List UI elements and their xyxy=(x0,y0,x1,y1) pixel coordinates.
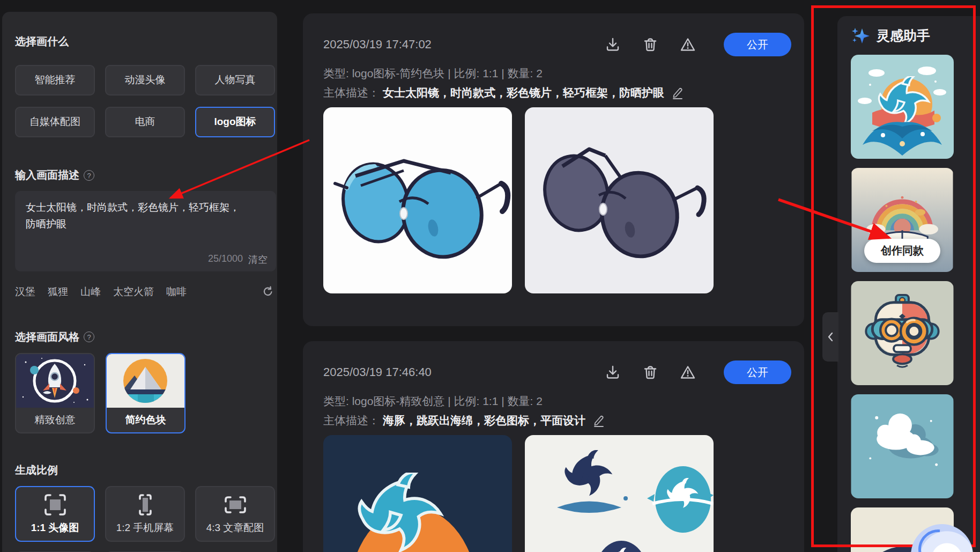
generated-image-sunglasses-blue[interactable] xyxy=(323,107,512,293)
ratio-card-row: 1:1 头像图 1:2 手机屏幕 xyxy=(15,486,277,542)
prompt-footer: 25/1000 清空 xyxy=(208,253,268,266)
description-label: 主体描述： xyxy=(323,413,380,428)
style-card-creative[interactable]: 精致创意 xyxy=(15,353,95,433)
download-icon xyxy=(605,36,621,53)
category-portrait[interactable]: 人物写真 xyxy=(195,65,275,95)
category-anime-avatar[interactable]: 动漫头像 xyxy=(105,65,185,95)
edit-description-button[interactable] xyxy=(593,414,606,427)
inspiration-robot-illustration xyxy=(851,281,954,385)
inspiration-dolphin-illustration xyxy=(851,55,954,159)
sunglasses-blue-illustration xyxy=(323,107,512,293)
ratio-4-3-article[interactable]: 4:3 文章配图 xyxy=(195,486,275,542)
delete-button[interactable] xyxy=(642,36,658,53)
style-card-simple-blocks[interactable]: 简约色块 xyxy=(106,353,185,433)
refresh-icon xyxy=(262,286,274,298)
inspiration-title: 灵感助手 xyxy=(877,27,930,45)
generated-image-dolphins-navy[interactable] xyxy=(323,435,512,552)
section-title-ratio: 生成比例 xyxy=(15,463,277,477)
app-screen: 选择画什么 智能推荐 动漫头像 人物写真 自媒体配图 电商 logo图标 输入画… xyxy=(0,0,980,552)
ratio-1-1-label: 1:1 头像图 xyxy=(31,521,79,535)
card-actions xyxy=(605,364,696,380)
rocket-style-thumbnail xyxy=(16,354,94,408)
section-title-subject: 选择画什么 xyxy=(15,35,277,49)
inspiration-card-robot[interactable] xyxy=(851,281,954,385)
refresh-tags-button[interactable] xyxy=(262,286,274,298)
tag-coffee[interactable]: 咖啡 xyxy=(166,285,187,299)
ratio-1-2-phone[interactable]: 1:2 手机屏幕 xyxy=(105,486,185,542)
ratio-4-3-icon xyxy=(224,493,247,517)
generation-description-row: 主体描述： 女士太阳镜，时尚款式，彩色镜片，轻巧框架，防晒护眼 xyxy=(323,85,791,100)
warning-icon xyxy=(680,364,696,380)
download-button[interactable] xyxy=(605,364,621,380)
section-title-prompt: 输入画面描述 ? xyxy=(15,168,277,182)
description-text: 女士太阳镜，时尚款式，彩色镜片，轻巧框架，防晒护眼 xyxy=(383,85,664,100)
sunglasses-dark-illustration xyxy=(525,107,714,293)
tag-fox[interactable]: 狐狸 xyxy=(48,285,68,299)
style-help-icon[interactable]: ? xyxy=(84,332,94,342)
prompt-help-icon[interactable]: ? xyxy=(84,170,94,181)
trash-icon xyxy=(642,364,658,380)
generation-description-row: 主体描述： 海豚，跳跃出海绵，彩色图标，平面设计 xyxy=(323,413,791,428)
suggestion-tags-row: 汉堡 狐狸 山峰 太空火箭 咖啡 xyxy=(15,285,276,299)
tag-mountain[interactable]: 山峰 xyxy=(80,285,101,299)
create-same-style-button[interactable]: 创作同款 xyxy=(864,239,940,263)
generation-card-1: 2025/03/19 17:47:02 xyxy=(303,13,804,326)
dolphin-logos-illustration xyxy=(525,435,714,552)
download-icon xyxy=(605,364,621,380)
tag-space-rocket[interactable]: 太空火箭 xyxy=(113,285,154,299)
category-social-media[interactable]: 自媒体配图 xyxy=(15,107,95,137)
inspiration-header: 灵感助手 xyxy=(851,27,930,45)
ratio-1-2-label: 1:2 手机屏幕 xyxy=(116,521,174,535)
prompt-input[interactable]: 女士太阳镜，时尚款式，彩色镜片，轻巧框架，防晒护眼 25/1000 清空 xyxy=(15,191,276,271)
publish-button[interactable]: 公开 xyxy=(724,360,791,384)
generated-images-row xyxy=(323,107,791,293)
category-ecommerce[interactable]: 电商 xyxy=(105,107,185,137)
ratio-1-2-icon xyxy=(133,493,157,517)
ratio-1-1-icon xyxy=(43,493,67,517)
inspiration-panel: 灵感助手 xyxy=(837,16,980,552)
ratio-4-3-label: 4:3 文章配图 xyxy=(206,521,264,535)
inspiration-card-dolphin[interactable] xyxy=(851,55,954,159)
generation-meta: 类型: logo图标-精致创意 | 比例: 1:1 | 数量: 2 xyxy=(323,394,791,409)
inspiration-card-cloud[interactable] xyxy=(851,394,954,498)
generated-image-dolphin-logos[interactable] xyxy=(525,435,714,552)
card-header: 2025/03/19 17:46:40 xyxy=(323,360,791,384)
card-actions xyxy=(605,36,696,53)
trash-icon xyxy=(642,36,658,53)
dolphins-navy-illustration xyxy=(323,435,512,552)
left-sidebar: 选择画什么 智能推荐 动漫头像 人物写真 自媒体配图 电商 logo图标 输入画… xyxy=(2,12,277,552)
publish-button[interactable]: 公开 xyxy=(724,33,791,56)
generated-image-sunglasses-dark[interactable] xyxy=(525,107,714,293)
style-label-simple-blocks: 简约色块 xyxy=(107,408,184,432)
style-label-creative: 精致创意 xyxy=(16,408,94,432)
generated-images-row xyxy=(323,435,791,552)
edit-pencil-icon xyxy=(672,86,685,99)
warning-icon xyxy=(680,36,696,53)
description-text: 海豚，跳跃出海绵，彩色图标，平面设计 xyxy=(383,413,585,428)
collapse-panel-button[interactable] xyxy=(822,312,838,362)
download-button[interactable] xyxy=(605,36,621,53)
section-title-style: 选择画面风格 ? xyxy=(15,330,277,344)
inspiration-card-rainbow[interactable]: 创作同款 xyxy=(851,168,954,272)
style-card-row: 精致创意 简约色块 xyxy=(15,353,277,433)
inspiration-card-list: 创作同款 xyxy=(851,55,954,552)
section-title-ratio-text: 生成比例 xyxy=(15,463,58,477)
edit-description-button[interactable] xyxy=(672,86,685,99)
report-button[interactable] xyxy=(680,364,696,380)
category-smart-recommend[interactable]: 智能推荐 xyxy=(15,65,95,95)
description-label: 主体描述： xyxy=(323,85,380,100)
tag-hamburger[interactable]: 汉堡 xyxy=(15,285,35,299)
mountain-style-thumbnail xyxy=(107,354,184,408)
card-header: 2025/03/19 17:47:02 xyxy=(323,33,791,56)
prompt-input-value: 女士太阳镜，时尚款式，彩色镜片，轻巧框架，防晒护眼 xyxy=(26,200,240,233)
clear-button[interactable]: 清空 xyxy=(248,253,268,266)
ratio-1-1-avatar[interactable]: 1:1 头像图 xyxy=(15,486,95,542)
timestamp: 2025/03/19 17:47:02 xyxy=(323,38,432,51)
delete-button[interactable] xyxy=(642,364,658,380)
category-button-grid: 智能推荐 动漫头像 人物写真 自媒体配图 电商 logo图标 xyxy=(15,65,276,137)
section-title-subject-text: 选择画什么 xyxy=(15,34,69,49)
category-logo-icon[interactable]: logo图标 xyxy=(195,107,275,137)
generation-card-2: 2025/03/19 17:46:40 xyxy=(303,341,804,552)
report-button[interactable] xyxy=(680,36,696,53)
edit-pencil-icon xyxy=(593,414,606,427)
